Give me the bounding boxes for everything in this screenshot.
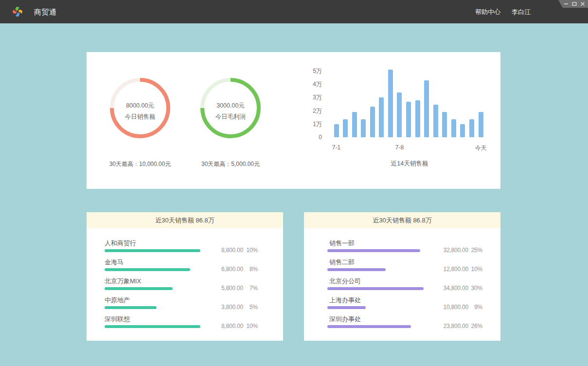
minimize-icon	[564, 1, 569, 6]
maximize-button[interactable]	[571, 0, 577, 8]
row-bar	[105, 306, 157, 309]
chart-bar	[388, 70, 393, 137]
chart-x-tick: 今天	[466, 144, 496, 152]
chart-bar	[352, 112, 357, 137]
profit-30d-max: 30天最高：5,000.00元	[194, 160, 267, 168]
row-label: 上海办事处	[329, 296, 361, 305]
row-label: 金海马	[105, 258, 124, 267]
chart-bar	[370, 107, 375, 137]
chart-bar	[406, 102, 411, 137]
chart-bar	[433, 105, 438, 137]
row-amount: 12,800.00	[443, 266, 468, 273]
sales-30d-max: 30天最高：10,000.00元	[104, 160, 177, 168]
department-card-header: 近30天销售额 86.8万	[304, 212, 500, 228]
close-icon	[580, 1, 585, 6]
chart-bar	[397, 92, 402, 137]
customer-sales-card: 近30天销售额 86.8万 人和商贸行8,800.0010%金海马6,800.0…	[87, 212, 283, 341]
row-bar	[105, 249, 200, 252]
app-logo-pinwheel-icon	[12, 6, 23, 17]
chart-bar	[379, 97, 384, 137]
window-controls	[558, 0, 588, 8]
chart-bar	[424, 80, 429, 137]
chart-bar	[343, 119, 348, 137]
row-label: 销售二部	[329, 258, 355, 267]
chart-plot-area	[87, 52, 500, 137]
row-bar	[105, 325, 200, 328]
row-label: 中原地产	[105, 296, 130, 305]
titlebar: 商贸通 帮助中心 李白江	[0, 0, 588, 23]
minimize-button[interactable]	[563, 0, 569, 8]
row-label: 深圳办事处	[329, 315, 361, 324]
row-percent: 8%	[249, 266, 258, 273]
customer-card-header: 近30天销售额 86.8万	[87, 212, 283, 228]
close-button[interactable]	[580, 0, 586, 8]
row-bar	[327, 287, 424, 290]
row-bar	[327, 325, 411, 328]
today-summary-panel: 8000.00元 今日销售额 30天最高：10,000.00元 3000.00元…	[87, 52, 500, 189]
row-amount: 3,800.00	[221, 304, 243, 311]
app-title: 商贸通	[34, 0, 57, 23]
row-percent: 10%	[247, 323, 258, 329]
chart-x-tick: 7-1	[322, 144, 351, 151]
row-amount: 8,800.00	[221, 247, 243, 254]
row-amount: 23,800.00	[443, 323, 468, 329]
row-percent: 7%	[249, 285, 258, 292]
row-label: 销售一部	[329, 239, 355, 248]
row-percent: 9%	[474, 304, 482, 311]
row-percent: 30%	[471, 285, 482, 292]
row-percent: 10%	[471, 266, 482, 273]
chart-bar	[442, 112, 447, 137]
row-label: 深圳联想	[105, 315, 130, 324]
row-bar	[105, 268, 190, 271]
row-percent: 26%	[471, 323, 482, 329]
row-bar	[327, 306, 366, 309]
row-amount: 6,800.00	[221, 266, 243, 273]
row-percent: 25%	[471, 247, 482, 254]
row-amount: 10,800.00	[443, 304, 468, 311]
user-menu[interactable]: 李白江	[512, 0, 531, 23]
chart-title: 近14天销售额	[327, 160, 492, 168]
row-bar	[327, 268, 386, 271]
row-bar	[327, 249, 420, 252]
chart-bar	[479, 112, 483, 137]
chart-bar	[451, 119, 456, 137]
row-label: 人和商贸行	[105, 239, 136, 248]
row-amount: 34,800.00	[443, 285, 468, 292]
row-percent: 10%	[247, 247, 258, 254]
help-center-link[interactable]: 帮助中心	[475, 0, 500, 23]
chart-bar	[460, 124, 465, 137]
row-amount: 32,800.00	[443, 247, 468, 254]
row-bar	[105, 287, 173, 290]
row-amount: 5,800.00	[221, 285, 243, 292]
chart-bar	[334, 124, 339, 137]
chart-bar	[361, 119, 366, 137]
row-label: 北京万象MIX	[105, 277, 141, 286]
row-percent: 5%	[249, 304, 258, 311]
chart-x-tick: 7-8	[385, 144, 414, 151]
row-amount: 8,800.00	[221, 323, 243, 329]
chart-bar	[469, 119, 474, 137]
chart-bar	[415, 100, 420, 137]
department-sales-card: 近30天销售额 86.8万 销售一部32,800.0025%销售二部12,800…	[304, 212, 500, 341]
maximize-icon	[572, 1, 577, 6]
row-label: 北京分公司	[329, 277, 361, 286]
